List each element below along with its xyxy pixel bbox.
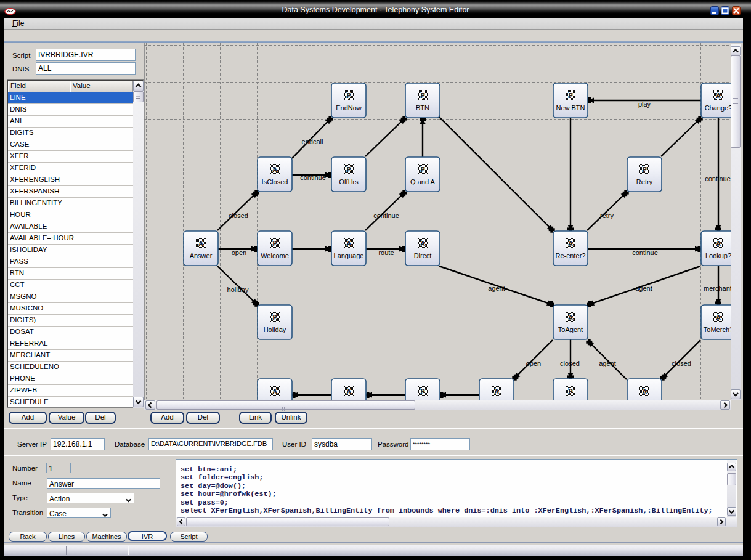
svg-text:P: P bbox=[421, 166, 425, 173]
svg-text:closed: closed bbox=[229, 212, 248, 219]
svg-text:A: A bbox=[272, 388, 277, 395]
svg-text:A: A bbox=[494, 388, 498, 395]
svg-text:continue: continue bbox=[632, 249, 658, 256]
svg-text:play: play bbox=[638, 100, 651, 108]
svg-text:IsClosed: IsClosed bbox=[262, 178, 288, 185]
svg-text:Language: Language bbox=[334, 252, 364, 259]
svg-text:Holiday: Holiday bbox=[264, 326, 286, 333]
svg-text:A: A bbox=[198, 240, 203, 247]
svg-text:New BTN: New BTN bbox=[556, 104, 585, 112]
svg-text:A: A bbox=[346, 388, 351, 395]
svg-text:P: P bbox=[421, 92, 425, 99]
svg-text:A: A bbox=[568, 240, 572, 247]
svg-text:A: A bbox=[716, 240, 720, 247]
svg-text:Direct: Direct bbox=[414, 252, 432, 259]
svg-text:P: P bbox=[347, 166, 351, 173]
svg-text:A: A bbox=[346, 240, 351, 247]
svg-text:Q and A: Q and A bbox=[410, 178, 435, 185]
svg-text:A: A bbox=[568, 314, 572, 321]
svg-text:A: A bbox=[420, 240, 424, 247]
svg-text:P: P bbox=[273, 314, 277, 321]
svg-text:Re-enter?: Re-enter? bbox=[556, 252, 586, 259]
svg-text:P: P bbox=[347, 92, 351, 99]
svg-text:A: A bbox=[716, 314, 720, 321]
svg-text:OffHrs: OffHrs bbox=[339, 178, 359, 185]
svg-text:A: A bbox=[716, 92, 720, 99]
svg-text:Answer: Answer bbox=[190, 252, 213, 259]
svg-text:P: P bbox=[643, 166, 647, 173]
svg-text:ToMerch?: ToMerch? bbox=[704, 326, 731, 333]
svg-text:P: P bbox=[273, 240, 277, 247]
svg-text:route: route bbox=[378, 249, 394, 256]
svg-text:P: P bbox=[421, 388, 425, 395]
svg-text:Retry: Retry bbox=[636, 178, 653, 185]
svg-text:BTN: BTN bbox=[416, 104, 429, 112]
svg-text:EndNow: EndNow bbox=[336, 104, 362, 112]
svg-text:Welcome: Welcome bbox=[261, 252, 289, 259]
svg-text:merchant: merchant bbox=[704, 285, 731, 292]
svg-text:ToAgent: ToAgent bbox=[558, 326, 583, 333]
svg-text:A: A bbox=[272, 166, 277, 173]
svg-text:P: P bbox=[569, 388, 573, 395]
svg-text:P: P bbox=[569, 92, 573, 99]
svg-text:Lookup?: Lookup? bbox=[705, 252, 731, 259]
svg-text:Change?: Change? bbox=[705, 104, 731, 112]
svg-text:open: open bbox=[232, 249, 246, 256]
svg-text:A: A bbox=[642, 388, 646, 395]
